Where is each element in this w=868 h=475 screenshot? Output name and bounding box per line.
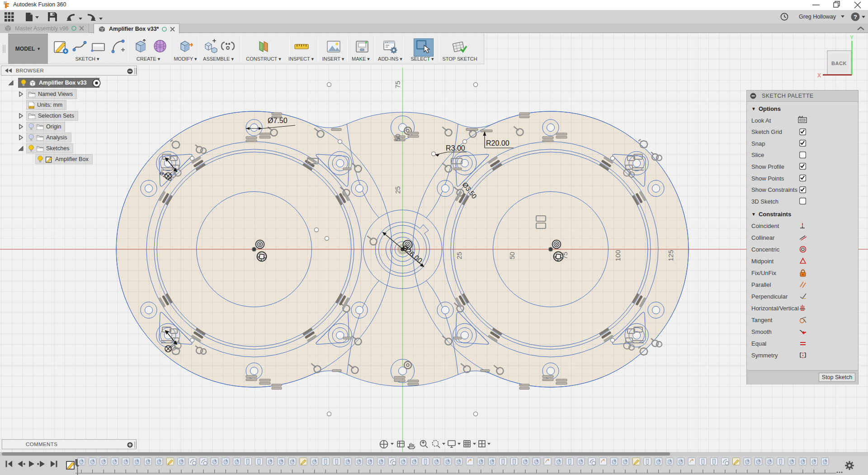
svg-text:75: 75 [394,81,401,89]
svg-text:R20.00: R20.00 [486,139,509,147]
svg-text:50: 50 [508,252,516,260]
svg-text:75: 75 [561,252,569,260]
svg-text:125: 125 [667,250,675,261]
svg-text:?: ? [854,14,857,20]
svg-text:Y: Y [850,34,854,41]
svg-text:R3.00: R3.00 [446,144,465,152]
svg-text:25: 25 [394,186,401,194]
svg-text:50: 50 [394,134,401,142]
svg-text:25: 25 [455,252,463,260]
svg-text:BACK: BACK [831,61,847,66]
svg-text:100: 100 [614,250,622,261]
svg-text:X: X [817,72,821,79]
svg-text:Ø7.50: Ø7.50 [268,117,288,124]
